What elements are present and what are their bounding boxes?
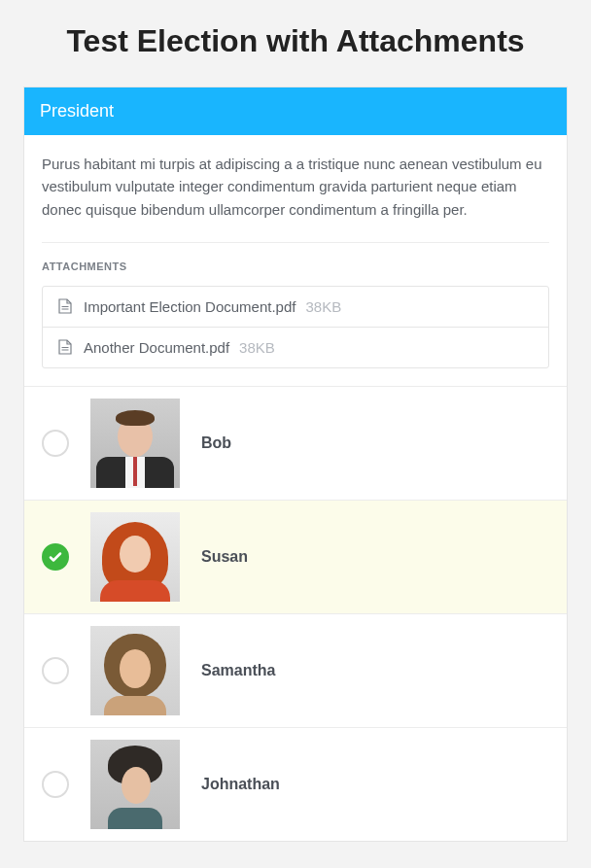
page-title: Test Election with Attachments [23, 0, 568, 87]
attachment-name: Another Document.pdf [84, 339, 229, 356]
avatar [90, 399, 180, 488]
radio-button[interactable] [42, 657, 69, 684]
avatar [90, 626, 180, 715]
candidate-name: Susan [201, 548, 248, 566]
ballot-position-header: President [24, 87, 567, 135]
candidate-name: Johnathan [201, 776, 280, 793]
candidate-row-samantha[interactable]: Samantha [24, 613, 567, 727]
radio-button[interactable] [42, 430, 69, 457]
candidate-row-susan[interactable]: Susan [24, 500, 567, 613]
avatar [90, 512, 180, 602]
attachment-item[interactable]: Another Document.pdf 38KB [43, 327, 548, 367]
avatar [90, 740, 180, 829]
candidate-name: Samantha [201, 662, 275, 679]
file-icon [58, 298, 72, 314]
candidates-list: Bob Susan Samantha [24, 386, 567, 841]
candidate-row-bob[interactable]: Bob [24, 386, 567, 500]
attachment-size: 38KB [239, 339, 275, 356]
attachment-item[interactable]: Important Election Document.pdf 38KB [43, 287, 548, 327]
attachment-name: Important Election Document.pdf [84, 298, 296, 315]
attachments-list: Important Election Document.pdf 38KB Ano… [42, 286, 549, 368]
candidate-row-johnathan[interactable]: Johnathan [24, 727, 567, 841]
ballot-card: President Purus habitant mi turpis at ad… [23, 87, 568, 842]
attachment-size: 38KB [305, 298, 341, 315]
radio-button[interactable] [42, 543, 69, 571]
radio-button[interactable] [42, 771, 69, 798]
attachments-section: ATTACHMENTS Important Election Document.… [24, 243, 567, 386]
check-icon [48, 549, 63, 565]
file-icon [58, 339, 72, 355]
candidate-name: Bob [201, 434, 231, 452]
ballot-description: Purus habitant mi turpis at adipiscing a… [24, 135, 567, 242]
attachments-label: ATTACHMENTS [42, 260, 549, 272]
